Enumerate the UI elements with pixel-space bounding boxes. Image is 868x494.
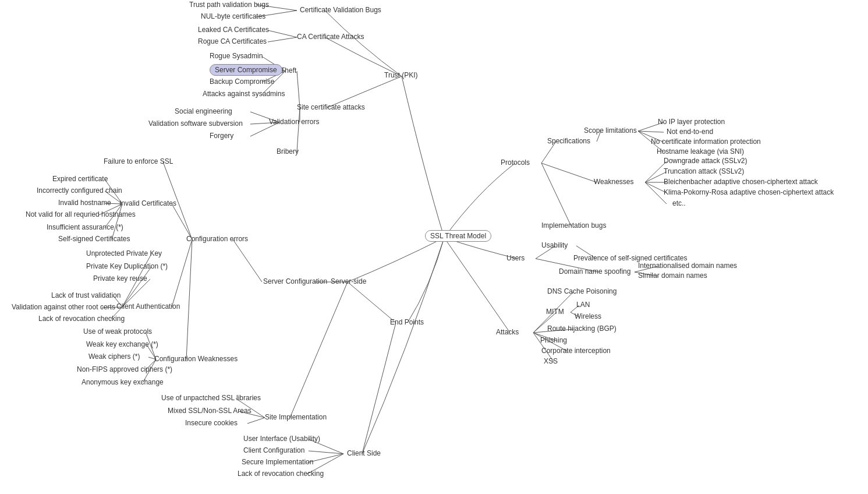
mindmap-canvas: SSL Threat Model Trust (PKI) Protocols U… xyxy=(0,0,868,494)
end-points-node: End Points xyxy=(390,318,424,326)
lack-revoc-node: Lack of revocation checking xyxy=(38,315,125,323)
internat-domain-node: Internationalised domain names xyxy=(638,262,737,270)
svg-line-2 xyxy=(268,30,297,37)
rogue-ca-node: Rogue CA Certificates xyxy=(198,37,267,45)
not-end-node: Not end-to-end xyxy=(667,128,713,136)
not-valid-node: Not valid for all requried hostnames xyxy=(26,210,136,218)
svg-line-13 xyxy=(297,108,300,152)
users-node: Users xyxy=(506,254,525,262)
xss-node: XSS xyxy=(544,357,558,365)
incorrect-chain-node: Incorrectly configured chain xyxy=(37,186,122,195)
klima-node: Klima-Pokorny-Rosa adaptive chosen-ciphe… xyxy=(664,188,834,196)
secure-impl-node: Secure Implementation xyxy=(242,458,313,466)
config-weak-node: Configuration Weaknesses xyxy=(154,355,238,363)
svg-line-23 xyxy=(112,204,122,239)
svg-line-42 xyxy=(309,451,343,454)
svg-line-24 xyxy=(172,239,192,307)
svg-line-48 xyxy=(638,131,664,132)
wireless-node: Wireless xyxy=(575,312,601,320)
val-root-node: Validation against other root certs xyxy=(12,303,115,311)
route-hijack-node: Route hijacking (BGP) xyxy=(547,324,617,333)
nul-byte-node: NUL-byte certificates xyxy=(201,12,265,20)
svg-line-17 xyxy=(172,204,192,239)
invalid-certs-node: Invalid Certificates xyxy=(119,199,176,207)
no-cert-info-node: No certificate information protection xyxy=(651,137,761,146)
similar-domain-node: Similar domain names xyxy=(638,271,707,280)
prev-selfsigned-node: Prevalence of self-signed certificates xyxy=(573,254,687,262)
weaknesses-node: Weaknesses xyxy=(594,178,633,186)
svg-line-37 xyxy=(290,282,348,418)
downgrade-node: Downgrade attack (SSLv2) xyxy=(664,157,747,165)
svg-line-31 xyxy=(186,239,192,359)
mixed-ssl-node: Mixed SSL/Non-SSL Areas xyxy=(168,407,251,415)
pk-reuse-node: Private key reuse xyxy=(93,274,147,283)
server-side-node: Server-side xyxy=(331,277,366,285)
lack-revoc2-node: Lack of revocation checking xyxy=(238,470,324,478)
failure-ssl-node: Failure to enforce SSL xyxy=(104,157,173,165)
svg-line-26 xyxy=(122,267,151,307)
protocols-node: Protocols xyxy=(501,158,530,167)
forgery-node: Forgery xyxy=(210,132,233,140)
mitm-node: MITM xyxy=(546,308,564,316)
insecure-cookies-node: Insecure cookies xyxy=(185,419,238,427)
truncation-node: Truncation attack (SSLv2) xyxy=(664,167,744,175)
domain-spoof-node: Domain name spoofing xyxy=(559,267,630,276)
phishing-node: Phishing xyxy=(540,336,567,344)
svg-line-57 xyxy=(541,163,571,226)
site-impl-node: Site Implementation xyxy=(265,413,327,421)
svg-line-15 xyxy=(233,239,262,282)
pk-dup-node: Private Key Duplication (*) xyxy=(86,262,168,270)
impl-bugs-node: Implementation bugs xyxy=(541,221,606,230)
client-config-node: Client Configuration xyxy=(243,446,304,454)
self-signed-node: Self-signed Certificates xyxy=(58,235,130,243)
bribery-node: Bribery xyxy=(277,147,299,156)
client-side-node: Client Side xyxy=(347,449,381,457)
non-fips-node: Non-FIPS approved ciphers (*) xyxy=(77,365,172,373)
leaked-ca-node: Leaked CA Certificates xyxy=(198,26,269,34)
insuff-assurance-node: Insufficient assurance (*) xyxy=(47,223,123,231)
center-node: SSL Threat Model xyxy=(425,230,491,242)
lan-node: LAN xyxy=(576,301,590,309)
no-ip-node: No IP layer protection xyxy=(658,118,725,126)
rogue-sysadmin-node: Rogue Sysadmin xyxy=(210,52,263,60)
svg-line-51 xyxy=(541,163,597,182)
hostname-leak-node: Hostname leakage (via SNI) xyxy=(657,147,744,156)
server-compromise-node: Server Compromise xyxy=(210,64,282,76)
dns-cache-node: DNS Cache Poisoning xyxy=(547,287,617,295)
usability-node: Usability xyxy=(541,241,568,249)
anon-key-node: Anonymous key exchange xyxy=(82,378,164,386)
svg-line-3 xyxy=(268,37,297,42)
specifications-node: Specifications xyxy=(547,137,590,145)
svg-line-72 xyxy=(362,323,396,454)
bleichen-node: Bleichenbacher adaptive chosen-ciphertex… xyxy=(664,178,818,186)
attacks-node: Attacks xyxy=(496,328,519,336)
backup-compromise-node: Backup Compromise xyxy=(210,77,274,86)
client-side-ui-node: User Interface (Usability) xyxy=(243,435,320,443)
lack-trust-node: Lack of trust validation xyxy=(51,291,121,299)
social-eng-node: Social engineering xyxy=(175,107,232,115)
svg-line-40 xyxy=(247,418,265,424)
corp-intercept-node: Corporate interception xyxy=(541,347,611,355)
validation-errors-node: Validation errors xyxy=(269,118,319,126)
client-auth-node: Client Authentication xyxy=(116,302,180,310)
weak-key-node: Weak key exchange (*) xyxy=(86,340,158,348)
svg-line-71 xyxy=(348,282,396,323)
site-cert-attacks-node: Site certificate attacks xyxy=(297,103,365,111)
unprotected-pk-node: Unprotected Private Key xyxy=(86,249,162,257)
connector-lines xyxy=(0,0,868,494)
attacks-sysadmins-node: Attacks against sysadmins xyxy=(203,90,285,98)
ca-cert-attacks-node: CA Certificate Attacks xyxy=(297,33,364,41)
trust-path-node: Trust path validation bugs xyxy=(189,1,269,9)
invalid-hostname-node: Invalid hostname xyxy=(58,199,111,207)
etc-node: etc.. xyxy=(672,199,686,207)
cert-val-bugs-node: Certificate Validation Bugs xyxy=(300,6,381,14)
weak-ciphers-node: Weak ciphers (*) xyxy=(88,352,140,361)
val-software-node: Validation software subversion xyxy=(148,119,243,128)
config-errors-node: Configuration errors xyxy=(186,235,248,243)
server-config-node: Server Configuration xyxy=(263,277,327,285)
theft-node: Theft xyxy=(281,66,296,75)
scope-lim-node: Scope limitations xyxy=(584,126,637,135)
unpatched-node: Use of unpactched SSL libraries xyxy=(161,394,261,402)
trust-pki-node: Trust (PKI) xyxy=(384,71,418,79)
expired-node: Expired certificate xyxy=(52,175,108,183)
